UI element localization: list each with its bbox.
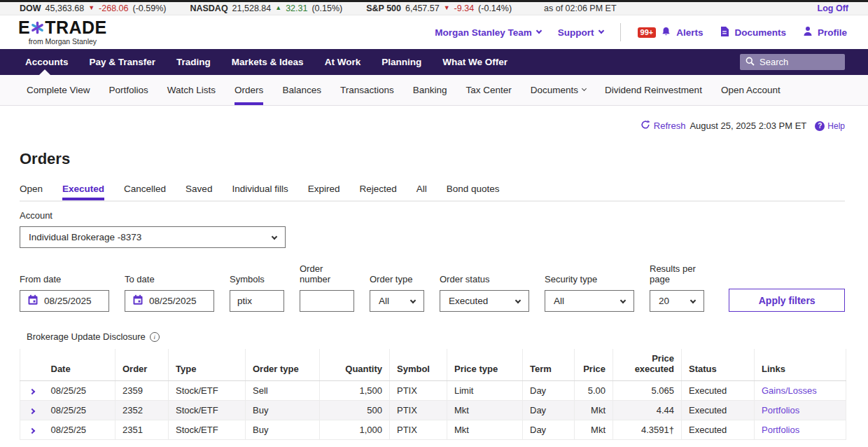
symbols-value: ptix xyxy=(237,296,252,306)
app-header: E TRADE from Morgan Stanley Morgan Stanl… xyxy=(0,15,868,49)
cell-price: Mkt xyxy=(575,401,613,420)
account-selected-value: Individual Brokerage -8373 xyxy=(29,232,141,242)
nav-item-planning[interactable]: Planning xyxy=(382,57,421,67)
tab-expired[interactable]: Expired xyxy=(308,184,340,200)
tab-individual-fills[interactable]: Individual fills xyxy=(232,184,288,200)
header-menu: Morgan Stanley Team Support 99+ Alerts D… xyxy=(435,23,847,41)
documents-button[interactable]: Documents xyxy=(720,26,786,39)
cell-price: 5.00 xyxy=(575,381,613,401)
alerts-button[interactable]: 99+ Alerts xyxy=(638,26,704,39)
logo-wordmark: E TRADE xyxy=(18,19,107,36)
security-type-select[interactable]: All xyxy=(545,290,634,312)
logo-e: E xyxy=(18,19,30,36)
cell-price-type: Limit xyxy=(447,381,523,401)
cell-order: 2359 xyxy=(115,381,169,401)
calendar-icon[interactable] xyxy=(132,294,144,308)
subnav-item-orders[interactable]: Orders xyxy=(234,75,263,105)
cell-date: 08/25/25 xyxy=(44,420,115,440)
tab-all[interactable]: All xyxy=(416,184,427,200)
nav-item-trading[interactable]: Trading xyxy=(176,57,211,67)
cell-price-executed: 4.44 xyxy=(613,401,682,420)
col-header-term: Term xyxy=(523,349,575,381)
ticker-label: NASDAQ xyxy=(190,4,227,13)
filters-row: From date 08/25/2025 To date 08/25/2025 … xyxy=(20,263,845,312)
cell-price-executed: 4.3591† xyxy=(613,420,682,440)
cell-term: Day xyxy=(523,381,575,401)
expand-column-header xyxy=(20,349,44,381)
morgan-stanley-team-menu[interactable]: Morgan Stanley Team xyxy=(435,27,541,38)
order-status-tabs: Open Executed Cancelled Saved Individual… xyxy=(20,184,845,202)
profile-button[interactable]: Profile xyxy=(803,26,847,39)
security-type-group: Security type All xyxy=(545,274,634,312)
tab-open[interactable]: Open xyxy=(20,184,43,200)
ticker-label: S&P 500 xyxy=(366,4,401,13)
portfolios-link[interactable]: Portfolios xyxy=(762,405,799,415)
nav-item-markets-ideas[interactable]: Markets & Ideas xyxy=(232,57,304,67)
subnav-item-banking[interactable]: Banking xyxy=(413,75,447,105)
nav-item-pay-transfer[interactable]: Pay & Transfer xyxy=(90,57,156,67)
tab-cancelled[interactable]: Cancelled xyxy=(124,184,166,200)
help-button[interactable]: ? Help xyxy=(815,121,845,131)
search-input[interactable]: Search xyxy=(740,54,845,70)
table-row: 08/25/25 2359 Stock/ETF Sell 1,500 PTIX … xyxy=(20,381,846,401)
col-header-order: Order xyxy=(115,349,169,381)
subnav-item-complete-view[interactable]: Complete View xyxy=(27,75,90,105)
info-icon[interactable]: i xyxy=(150,332,160,342)
nav-item-at-work[interactable]: At Work xyxy=(325,57,361,67)
question-mark-icon: ? xyxy=(815,121,825,131)
nav-item-what-we-offer[interactable]: What We Offer xyxy=(442,57,507,67)
subnav-item-documents[interactable]: Documents xyxy=(531,75,586,105)
tab-executed[interactable]: Executed xyxy=(62,184,104,200)
symbols-input[interactable]: ptix xyxy=(230,290,284,312)
support-menu[interactable]: Support xyxy=(558,27,603,38)
order-status-group: Order status Executed xyxy=(440,274,529,312)
calendar-icon[interactable] xyxy=(27,294,38,308)
nav-item-accounts[interactable]: Accounts xyxy=(25,57,69,67)
col-header-symbol: Symbol xyxy=(390,349,447,381)
results-per-page-group: Results per page 20 xyxy=(650,263,713,312)
security-type-label: Security type xyxy=(545,274,634,284)
subnav-item-portfolios[interactable]: Portfolios xyxy=(109,75,148,105)
from-date-input[interactable]: 08/25/2025 xyxy=(20,290,109,312)
account-section: Account Individual Brokerage -8373 xyxy=(20,210,845,248)
refresh-button[interactable]: Refresh xyxy=(640,120,686,132)
subnav-item-transactions[interactable]: Transactions xyxy=(340,75,394,105)
to-date-group: To date 08/25/2025 xyxy=(125,274,214,312)
results-per-page-select[interactable]: 20 xyxy=(650,290,704,312)
account-label: Account xyxy=(20,210,845,221)
account-select[interactable]: Individual Brokerage -8373 xyxy=(20,226,286,248)
cell-quantity: 500 xyxy=(320,401,390,420)
gains-losses-link[interactable]: Gains/Losses xyxy=(762,385,817,396)
tab-rejected[interactable]: Rejected xyxy=(359,184,396,200)
tab-saved[interactable]: Saved xyxy=(186,184,212,200)
order-number-label: Order number xyxy=(300,263,354,284)
to-date-input[interactable]: 08/25/2025 xyxy=(125,290,214,312)
subnav-item-tax-center[interactable]: Tax Center xyxy=(466,75,512,105)
cell-symbol: PTIX xyxy=(390,420,447,440)
expand-row-chevron-icon[interactable] xyxy=(29,408,35,414)
expand-row-chevron-icon[interactable] xyxy=(29,389,35,394)
tab-bond-quotes[interactable]: Bond quotes xyxy=(447,184,500,200)
etrade-logo[interactable]: E TRADE from Morgan Stanley xyxy=(18,19,107,46)
subnav-item-open-account[interactable]: Open Account xyxy=(721,75,780,105)
primary-nav: Accounts Pay & Transfer Trading Markets … xyxy=(0,49,868,75)
cell-price-executed: 5.065 xyxy=(613,381,682,401)
order-number-input[interactable] xyxy=(300,290,354,312)
subnav-item-watch-lists[interactable]: Watch Lists xyxy=(167,75,216,105)
refresh-toolbar: Refresh August 25, 2025 2:03 PM ET ? Hel… xyxy=(20,120,845,132)
order-type-select[interactable]: All xyxy=(370,290,424,312)
subnav-item-balances[interactable]: Balances xyxy=(282,75,321,105)
header-divider xyxy=(620,23,621,41)
chevron-down-icon xyxy=(272,233,277,239)
cell-type: Stock/ETF xyxy=(169,401,246,420)
subnav-item-dividend-reinvestment[interactable]: Dividend Reinvestment xyxy=(605,75,702,105)
expand-row-chevron-icon[interactable] xyxy=(29,428,35,434)
cell-symbol: PTIX xyxy=(390,401,447,420)
col-header-type: Type xyxy=(169,349,246,381)
col-header-status: Status xyxy=(682,349,755,381)
log-off-link[interactable]: Log Off xyxy=(818,4,848,13)
order-status-select[interactable]: Executed xyxy=(440,290,529,312)
apply-filters-button[interactable]: Apply filters xyxy=(729,289,845,312)
portfolios-link[interactable]: Portfolios xyxy=(762,425,799,435)
order-number-group: Order number xyxy=(300,263,354,312)
